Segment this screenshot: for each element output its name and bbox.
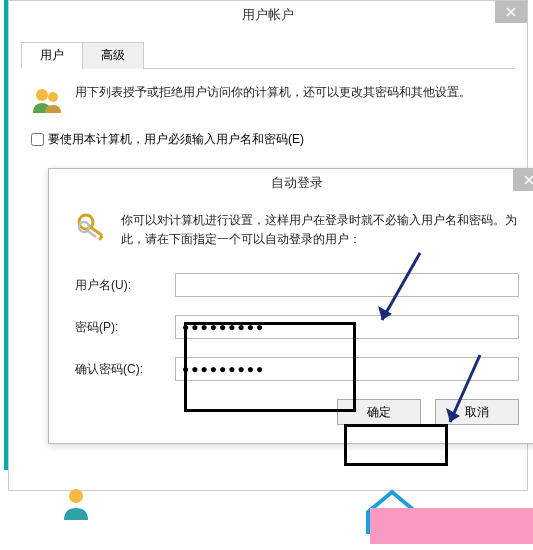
- inner-info-text: 你可以对计算机进行设置，这样用户在登录时就不必输入用户名和密码。为此，请在下面指…: [121, 211, 519, 249]
- outer-close-button[interactable]: [495, 1, 527, 23]
- username-label: 用户名(U):: [75, 277, 175, 294]
- button-row: 确定 取消: [75, 399, 519, 425]
- inner-title-text: 自动登录: [271, 175, 323, 190]
- username-input[interactable]: [175, 273, 519, 297]
- outer-info-text: 用下列表授予或拒绝用户访问你的计算机，还可以更改其密码和其他设置。: [75, 83, 471, 119]
- pink-overlay-bar: [370, 508, 533, 544]
- inner-close-button[interactable]: [513, 169, 533, 191]
- password-label: 密码(P):: [75, 319, 175, 336]
- keys-icon: [75, 211, 111, 247]
- outer-dialog-title: 用户帐户: [9, 1, 527, 29]
- require-password-label: 要使用本计算机，用户必须输入用户名和密码(E): [48, 131, 304, 148]
- inner-info-row: 你可以对计算机进行设置，这样用户在登录时就不必输入用户名和密码。为此，请在下面指…: [75, 211, 519, 249]
- svg-point-7: [69, 489, 83, 503]
- password-input[interactable]: [175, 315, 519, 339]
- auto-login-dialog: 自动登录 你可以对计算机进行设置，这样用户在登录时就不必输入用户名和密码。为此，…: [48, 168, 533, 444]
- ok-button[interactable]: 确定: [337, 399, 421, 425]
- svg-rect-4: [98, 235, 103, 241]
- cancel-button[interactable]: 取消: [435, 399, 519, 425]
- user-figure-icon: [56, 484, 96, 524]
- background-partial-strip: [20, 478, 533, 546]
- require-password-checkbox[interactable]: [31, 133, 44, 146]
- confirm-password-row: 确认密码(C):: [75, 357, 519, 381]
- confirm-password-label: 确认密码(C):: [75, 361, 175, 378]
- svg-rect-3: [88, 225, 103, 237]
- require-password-checkbox-row[interactable]: 要使用本计算机，用户必须输入用户名和密码(E): [31, 131, 507, 148]
- svg-point-0: [36, 89, 48, 101]
- outer-title-text: 用户帐户: [242, 7, 294, 22]
- confirm-password-input[interactable]: [175, 357, 519, 381]
- close-icon: [524, 175, 533, 185]
- tab-advanced[interactable]: 高级: [82, 42, 144, 69]
- svg-point-1: [48, 92, 58, 102]
- login-form: 用户名(U): 密码(P): 确认密码(C):: [75, 273, 519, 381]
- username-row: 用户名(U):: [75, 273, 519, 297]
- tab-users[interactable]: 用户: [21, 42, 83, 69]
- inner-dialog-title: 自动登录: [49, 169, 533, 197]
- tabs-bar: 用户 高级: [21, 41, 515, 69]
- close-icon: [506, 7, 516, 17]
- users-icon: [29, 83, 65, 119]
- inner-dialog-body: 你可以对计算机进行设置，这样用户在登录时就不必输入用户名和密码。为此，请在下面指…: [49, 197, 533, 443]
- outer-info-row: 用下列表授予或拒绝用户访问你的计算机，还可以更改其密码和其他设置。: [29, 83, 507, 119]
- password-row: 密码(P):: [75, 315, 519, 339]
